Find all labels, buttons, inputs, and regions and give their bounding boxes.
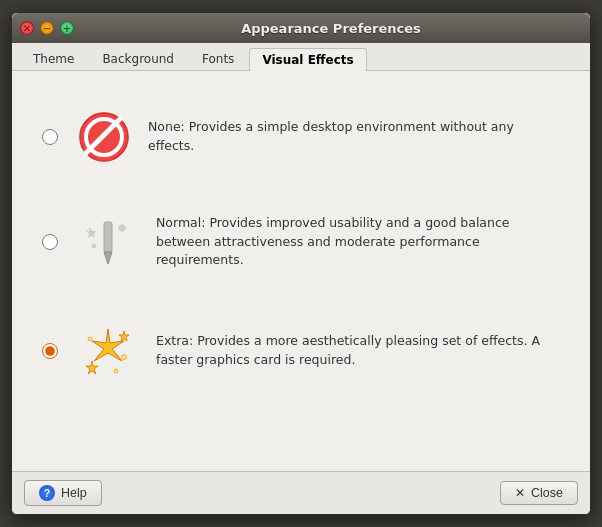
option-normal-text: Normal: Provides improved usability and … bbox=[156, 214, 562, 270]
close-icon: ✕ bbox=[515, 486, 525, 500]
svg-point-15 bbox=[88, 337, 92, 341]
tabs-bar: Theme Background Fonts Visual Effects bbox=[12, 43, 590, 71]
svg-rect-4 bbox=[104, 222, 112, 252]
option-none-text: None: Provides a simple desktop environm… bbox=[148, 118, 562, 156]
tab-background[interactable]: Background bbox=[89, 47, 187, 70]
window: ✕ − + Appearance Preferences Theme Backg… bbox=[11, 12, 591, 515]
svg-marker-11 bbox=[92, 329, 124, 361]
svg-marker-5 bbox=[104, 252, 112, 264]
radio-none-wrap[interactable] bbox=[40, 129, 60, 145]
close-label: Close bbox=[531, 486, 563, 500]
radio-normal-wrap[interactable] bbox=[40, 234, 60, 250]
option-extra: Extra: Provides a more aesthetically ple… bbox=[28, 301, 574, 402]
svg-marker-6 bbox=[87, 228, 97, 238]
svg-point-14 bbox=[122, 355, 127, 360]
radio-none[interactable] bbox=[42, 129, 58, 145]
help-label: Help bbox=[61, 486, 87, 500]
radio-extra[interactable] bbox=[42, 343, 58, 359]
svg-marker-13 bbox=[119, 331, 129, 341]
icon-extra bbox=[76, 319, 140, 383]
minimize-window-button[interactable]: − bbox=[40, 21, 54, 35]
close-window-button[interactable]: ✕ bbox=[20, 21, 34, 35]
help-icon: ? bbox=[39, 485, 55, 501]
svg-marker-12 bbox=[86, 361, 98, 374]
footer: ? Help ✕ Close bbox=[12, 471, 590, 514]
icon-none bbox=[76, 109, 132, 165]
content-area: None: Provides a simple desktop environm… bbox=[12, 71, 590, 471]
options-list: None: Provides a simple desktop environm… bbox=[28, 91, 574, 402]
radio-extra-wrap[interactable] bbox=[40, 343, 60, 359]
maximize-window-button[interactable]: + bbox=[60, 21, 74, 35]
option-none: None: Provides a simple desktop environm… bbox=[28, 91, 574, 184]
tab-theme[interactable]: Theme bbox=[20, 47, 87, 70]
svg-point-8 bbox=[92, 244, 96, 248]
titlebar: ✕ − + Appearance Preferences bbox=[12, 13, 590, 43]
window-title: Appearance Preferences bbox=[80, 21, 582, 36]
option-normal: Normal: Provides improved usability and … bbox=[28, 192, 574, 293]
help-button[interactable]: ? Help bbox=[24, 480, 102, 506]
radio-normal[interactable] bbox=[42, 234, 58, 250]
tab-fonts[interactable]: Fonts bbox=[189, 47, 247, 70]
svg-point-16 bbox=[114, 369, 118, 373]
icon-normal bbox=[76, 210, 140, 274]
close-button[interactable]: ✕ Close bbox=[500, 481, 578, 505]
option-extra-text: Extra: Provides a more aesthetically ple… bbox=[156, 332, 562, 370]
tab-visual-effects[interactable]: Visual Effects bbox=[249, 48, 366, 71]
